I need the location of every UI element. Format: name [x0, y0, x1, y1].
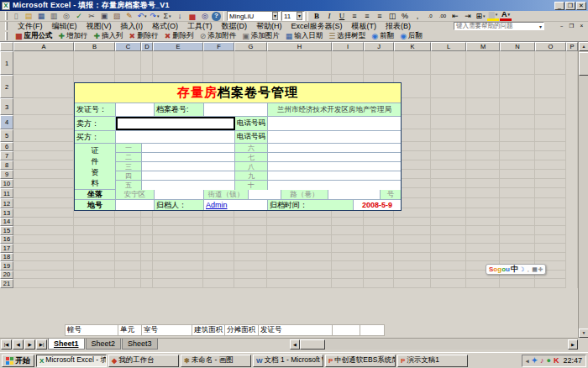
custom-toolbar-item[interactable]: ⊘添加附件	[200, 31, 237, 41]
row-header-4[interactable]: 4	[0, 115, 13, 129]
cert-input-left[interactable]	[142, 181, 235, 190]
custom-toolbar-item[interactable]: ✚插入列	[94, 31, 123, 41]
toolbar-merge-center-button[interactable]: ◫	[386, 11, 398, 21]
toolbar-percent-button[interactable]: %	[399, 11, 411, 21]
minimize-button[interactable]: _	[554, 2, 564, 10]
toolbar-spelling-button[interactable]: ✓	[73, 11, 85, 21]
vertical-scrollbar[interactable]: ▲ ▼	[578, 42, 588, 338]
column-header-D[interactable]: D	[141, 42, 153, 51]
toolbar-cut-button[interactable]: ✂	[86, 11, 97, 21]
seller-phone-input[interactable]	[268, 117, 401, 130]
toolbar-print-button[interactable]: ▥	[48, 11, 60, 21]
toolbar-open-button[interactable]: ▤	[23, 11, 34, 21]
cert-input-right[interactable]	[268, 144, 401, 152]
seller-input-selected-cell[interactable]	[116, 117, 235, 130]
bottom-header-cell[interactable]	[333, 325, 360, 336]
column-header-B[interactable]: B	[74, 42, 115, 51]
sheet-tab-sheet1[interactable]: Sheet1	[48, 339, 85, 350]
chevron-down-icon[interactable]: ▾	[144, 11, 147, 21]
scroll-down-icon[interactable]: ▼	[579, 329, 588, 338]
doc-restore-button[interactable]: ❐	[567, 23, 576, 30]
volume-icon[interactable]: ♪	[540, 357, 544, 365]
cert-input-left[interactable]	[142, 153, 235, 161]
cert-input-right[interactable]	[268, 162, 401, 171]
cert-input-left[interactable]	[142, 162, 235, 171]
toolbar-fill-color-button[interactable]: ▆▾	[487, 11, 499, 21]
chevron-down-icon[interactable]: ▾	[483, 11, 486, 21]
bottom-header-cell[interactable]: 分摊面积	[225, 325, 259, 336]
custom-toolbar-item[interactable]: ▦输入日期	[286, 31, 323, 41]
font-name-combo[interactable]: MingLiU▾	[227, 11, 281, 21]
taskbar-task-button[interactable]: W文档 1 - Microsoft Word	[253, 355, 323, 367]
column-header-C[interactable]: C	[115, 42, 141, 51]
horizontal-scroll-thumb[interactable]	[300, 339, 325, 350]
issue-no-input[interactable]	[116, 103, 155, 116]
street-input[interactable]	[249, 190, 281, 199]
row-header-19[interactable]: 19	[0, 261, 13, 271]
chevron-down-icon[interactable]: ▾	[496, 12, 498, 18]
horizontal-scrollbar[interactable]: ◀ ▶	[290, 339, 578, 350]
column-header-H[interactable]: H	[267, 42, 332, 51]
road-input[interactable]	[328, 190, 381, 199]
custom-toolbar-item[interactable]: ✖删除列	[165, 31, 194, 41]
row-header-15[interactable]: 15	[0, 226, 13, 235]
tab-next-button[interactable]: ▶	[24, 339, 35, 350]
column-header-G[interactable]: G	[234, 42, 267, 51]
row-header-18[interactable]: 18	[0, 253, 13, 262]
bottom-header-cell[interactable]: 建筑面积	[192, 325, 225, 336]
toolbar-increase-decimal-button[interactable]: .0	[424, 11, 436, 21]
row-header-8[interactable]: 8	[0, 160, 13, 170]
chevron-down-icon[interactable]: ▾	[272, 12, 278, 20]
toolbar-underline-button[interactable]: U	[336, 11, 348, 21]
keyboard-icon[interactable]: ▦	[532, 266, 538, 273]
wrench-icon[interactable]: ✚	[538, 266, 543, 273]
chevron-down-icon[interactable]: ▾	[297, 12, 302, 20]
archive-no-input[interactable]	[204, 103, 268, 116]
row-header-21[interactable]: 21	[0, 279, 13, 288]
bottom-header-cell[interactable]: 发证号	[259, 325, 333, 336]
ime-mode-chinese[interactable]: 中	[511, 264, 518, 275]
column-header-E[interactable]: E	[153, 42, 203, 51]
tab-last-button[interactable]: ▶|	[36, 339, 47, 350]
toolbar-copy-button[interactable]: ▣	[98, 11, 110, 21]
custom-toolbar-item[interactable]: ✖删除行	[129, 31, 159, 41]
taskbar-task-button[interactable]: P中创通软EBS系统简介4...	[325, 355, 396, 367]
taskbar-task-button[interactable]: P演示文稿1	[397, 355, 468, 367]
punctuation-icon[interactable]: ，	[525, 265, 531, 274]
column-header-J[interactable]: J	[364, 42, 394, 51]
font-size-combo[interactable]: 11▾	[281, 11, 305, 21]
toolbar-align-center-button[interactable]: ≡	[361, 11, 373, 21]
toolbar-decrease-decimal-button[interactable]: .00	[437, 11, 449, 21]
cert-input-left[interactable]	[142, 144, 235, 152]
ime-bar[interactable]: Sogou 中 ☽ ， ▦ ✚	[486, 264, 546, 275]
taskbar-task-button[interactable]: XMicrosoft Excel - 填报：...	[36, 355, 107, 367]
toolbar-font-color-button[interactable]: A▾	[500, 11, 512, 21]
bottom-header-cell[interactable]: 幢号	[66, 325, 118, 336]
toolbar-zoom-button[interactable]: ◎	[199, 11, 211, 21]
row-header-6[interactable]: 6	[0, 142, 13, 151]
scroll-left-icon[interactable]: ◀	[290, 339, 300, 350]
district-input[interactable]	[155, 190, 204, 199]
chevron-down-icon[interactable]: ▾	[507, 12, 510, 18]
toolbar-undo-button[interactable]: ↶▾	[136, 11, 148, 21]
row-header-20[interactable]: 20	[0, 271, 13, 280]
toolbar-redo-button[interactable]: ↷▾	[149, 11, 160, 21]
taskbar-task-button[interactable]: ◆我的工作台	[108, 355, 179, 367]
toolbar-autosum-button[interactable]: Σ▾	[161, 11, 173, 21]
row-header-1[interactable]: 1	[0, 51, 13, 75]
toolbar-preview-button[interactable]: ◎	[60, 11, 72, 21]
bottom-header-cell[interactable]: 室号	[142, 325, 192, 336]
toolbar-comma-button[interactable]: ,	[412, 11, 423, 21]
toolbar-bold-button[interactable]: B	[311, 11, 323, 21]
column-header-M[interactable]: M	[466, 42, 500, 51]
tab-first-button[interactable]: |◀	[1, 339, 12, 350]
custom-toolbar-item[interactable]: ◉前翻	[371, 31, 394, 41]
row-header-7[interactable]: 7	[0, 151, 13, 160]
toolbar-borders-button[interactable]: ⊞▾	[475, 11, 486, 21]
toolbar-increase-indent-button[interactable]: ⇥	[462, 11, 474, 21]
cert-input-right[interactable]	[268, 153, 401, 161]
maximize-button[interactable]: ❐	[565, 2, 575, 10]
chevron-down-icon[interactable]: ▾	[157, 11, 160, 21]
select-all-corner[interactable]	[0, 42, 13, 51]
bottom-header-cell[interactable]: 单元	[118, 325, 142, 336]
